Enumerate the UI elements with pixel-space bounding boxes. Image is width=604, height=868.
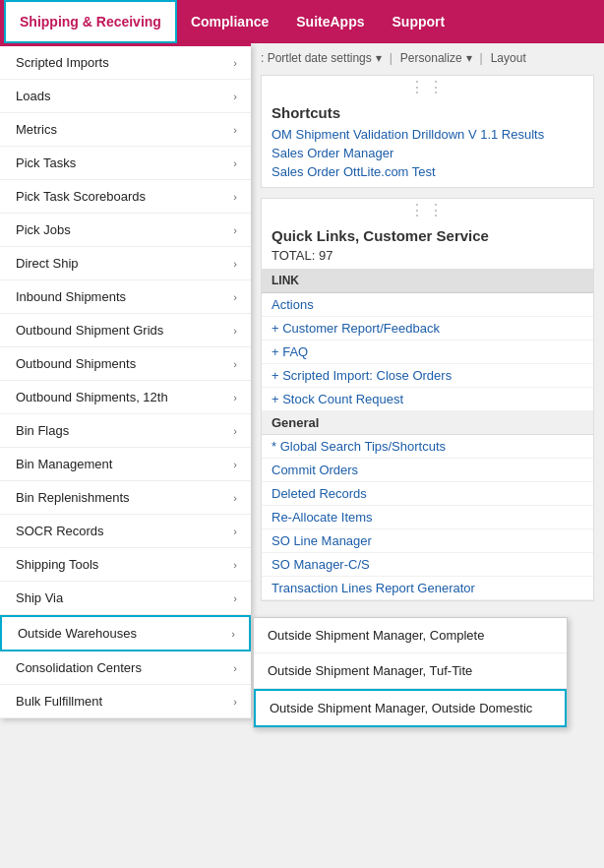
- outside-warehouses-submenu: Outside Shipment Manager, Complete Outsi…: [253, 617, 568, 728]
- menu-pick-tasks[interactable]: Pick Tasks ›: [0, 147, 251, 180]
- chevron-icon: ›: [233, 526, 237, 537]
- drag-handle[interactable]: ⋮⋮: [262, 76, 593, 98]
- drag-handle-ql[interactable]: ⋮⋮: [262, 199, 593, 221]
- quicklinks-title: Quick Links, Customer Service: [262, 221, 593, 246]
- ql-section-general: General: [262, 411, 593, 435]
- chevron-icon: ›: [233, 291, 237, 303]
- menu-scripted-imports[interactable]: Scripted Imports ›: [0, 46, 251, 80]
- menu-pick-jobs[interactable]: Pick Jobs ›: [0, 214, 251, 247]
- chevron-icon: ›: [233, 191, 237, 203]
- portlet-date-settings-link[interactable]: : Portlet date settings ▾: [261, 51, 382, 65]
- table-row: + FAQ: [262, 341, 593, 364]
- menu-loads[interactable]: Loads ›: [0, 80, 251, 113]
- ql-link-customer-report[interactable]: + Customer Report/Feedback: [272, 321, 440, 336]
- quicklinks-table: LINK Actions + Customer Report/Feedback …: [262, 269, 593, 600]
- layout-link[interactable]: Layout: [491, 51, 526, 65]
- table-row: General: [262, 411, 593, 435]
- chevron-icon: ›: [233, 392, 237, 403]
- shortcuts-title: Shortcuts: [262, 98, 593, 125]
- ql-link-faq[interactable]: + FAQ: [272, 344, 308, 359]
- table-row: + Customer Report/Feedback: [262, 317, 593, 341]
- chevron-icon: ›: [233, 696, 237, 708]
- chevron-icon: ›: [233, 492, 237, 504]
- chevron-icon: ›: [233, 325, 237, 337]
- personalize-link[interactable]: Personalize ▾: [400, 51, 472, 65]
- chevron-icon: ›: [233, 224, 237, 236]
- table-row: Transaction Lines Report Generator: [262, 577, 593, 600]
- main-content: : Portlet date settings ▾ | Personalize …: [251, 43, 604, 868]
- chevron-icon: ›: [233, 358, 237, 370]
- table-row: Deleted Records: [262, 482, 593, 506]
- submenu-complete[interactable]: Outside Shipment Manager, Complete: [254, 618, 567, 653]
- menu-outside-warehouses[interactable]: Outside Warehouses › Outside Shipment Ma…: [0, 615, 251, 651]
- nav-shipping-receiving[interactable]: Shipping & Receiving: [4, 0, 177, 43]
- submenu-outside-domestic[interactable]: Outside Shipment Manager, Outside Domest…: [254, 689, 567, 727]
- ql-link-global-search[interactable]: * Global Search Tips/Shortcuts: [272, 439, 446, 454]
- ql-link-so-line-manager[interactable]: SO Line Manager: [272, 533, 372, 548]
- chevron-icon: ›: [233, 559, 237, 571]
- chevron-icon: ›: [233, 425, 237, 437]
- menu-shipping-tools[interactable]: Shipping Tools ›: [0, 548, 251, 582]
- table-row: * Global Search Tips/Shortcuts: [262, 435, 593, 459]
- quicklinks-total: TOTAL: 97: [262, 246, 593, 269]
- dropdown-menu: Scripted Imports › Loads › Metrics › Pic…: [0, 43, 251, 718]
- quicklinks-widget: ⋮⋮ Quick Links, Customer Service TOTAL: …: [261, 198, 594, 601]
- content-topbar: : Portlet date settings ▾ | Personalize …: [261, 51, 594, 65]
- ql-link-stock-count[interactable]: + Stock Count Request: [272, 392, 403, 406]
- menu-outbound-shipment-grids[interactable]: Outbound Shipment Grids ›: [0, 314, 251, 347]
- shortcut-link-2[interactable]: Sales Order OttLite.com Test: [262, 162, 593, 187]
- shortcut-link-1[interactable]: Sales Order Manager: [262, 144, 593, 162]
- nav-support[interactable]: Support: [379, 0, 459, 43]
- menu-pick-task-scoreboards[interactable]: Pick Task Scoreboards ›: [0, 180, 251, 214]
- table-row: + Stock Count Request: [262, 388, 593, 411]
- top-nav: Shipping & Receiving Compliance SuiteApp…: [0, 0, 604, 43]
- table-row: SO Line Manager: [262, 529, 593, 553]
- ql-link-so-manager-cs[interactable]: SO Manager-C/S: [272, 557, 370, 572]
- ql-link-commit-orders[interactable]: Commit Orders: [272, 463, 358, 477]
- dropdown-arrow-icon: ▾: [376, 51, 382, 65]
- chevron-icon: ›: [231, 628, 235, 640]
- ql-link-transaction-lines[interactable]: Transaction Lines Report Generator: [272, 581, 475, 595]
- chevron-icon: ›: [233, 57, 237, 69]
- ql-link-scripted-import[interactable]: + Scripted Import: Close Orders: [272, 368, 452, 383]
- menu-bin-management[interactable]: Bin Management ›: [0, 448, 251, 481]
- nav-suiteapps[interactable]: SuiteApps: [282, 0, 378, 43]
- table-row: Actions: [262, 293, 593, 317]
- menu-metrics[interactable]: Metrics ›: [0, 113, 251, 147]
- chevron-icon: ›: [233, 662, 237, 674]
- menu-socr-records[interactable]: SOCR Records ›: [0, 515, 251, 548]
- submenu-tuf-tite[interactable]: Outside Shipment Manager, Tuf-Tite: [254, 653, 567, 689]
- ql-link-actions[interactable]: Actions: [272, 297, 314, 312]
- table-row: Commit Orders: [262, 459, 593, 482]
- chevron-icon: ›: [233, 592, 237, 604]
- menu-direct-ship[interactable]: Direct Ship ›: [0, 247, 251, 280]
- table-row: SO Manager-C/S: [262, 553, 593, 577]
- dropdown-arrow-icon: ▾: [466, 51, 472, 65]
- menu-bin-replenishments[interactable]: Bin Replenishments ›: [0, 481, 251, 515]
- table-row: + Scripted Import: Close Orders: [262, 364, 593, 388]
- menu-bulk-fulfillment[interactable]: Bulk Fulfillment ›: [0, 685, 251, 718]
- menu-consolidation-centers[interactable]: Consolidation Centers ›: [0, 651, 251, 685]
- chevron-icon: ›: [233, 459, 237, 470]
- menu-bin-flags[interactable]: Bin Flags ›: [0, 414, 251, 448]
- table-row: Re-Allocate Items: [262, 506, 593, 529]
- menu-outbound-shipments[interactable]: Outbound Shipments ›: [0, 347, 251, 381]
- menu-outbound-shipments-12th[interactable]: Outbound Shipments, 12th ›: [0, 381, 251, 414]
- shortcuts-widget: ⋮⋮ Shortcuts OM Shipment Validation Dril…: [261, 75, 594, 188]
- chevron-icon: ›: [233, 124, 237, 136]
- ql-link-reallocate[interactable]: Re-Allocate Items: [272, 510, 373, 525]
- ql-link-deleted-records[interactable]: Deleted Records: [272, 486, 367, 501]
- nav-compliance[interactable]: Compliance: [177, 0, 282, 43]
- chevron-icon: ›: [233, 157, 237, 169]
- chevron-icon: ›: [233, 91, 237, 102]
- menu-inbound-shipments[interactable]: Inbound Shipments ›: [0, 280, 251, 314]
- chevron-icon: ›: [233, 258, 237, 270]
- menu-ship-via[interactable]: Ship Via ›: [0, 582, 251, 615]
- quicklinks-column-header: LINK: [262, 269, 593, 293]
- shortcut-link-0[interactable]: OM Shipment Validation Drilldown V 1.1 R…: [262, 125, 593, 144]
